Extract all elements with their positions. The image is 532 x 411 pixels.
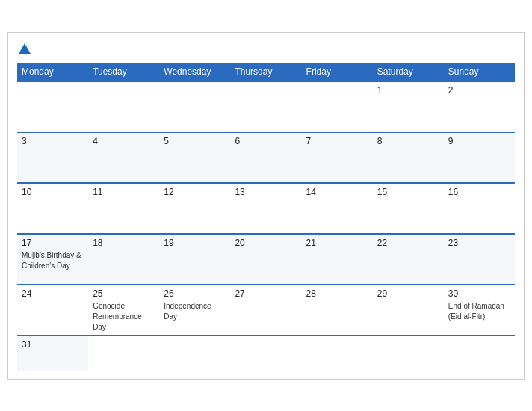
calendar-cell: [302, 336, 373, 371]
calendar-thead: MondayTuesdayWednesdayThursdayFridaySatu…: [17, 63, 515, 81]
day-number: 3: [22, 136, 84, 146]
day-number: 11: [93, 187, 155, 197]
day-number: 16: [448, 187, 510, 197]
weekday-header-monday: Monday: [17, 63, 88, 81]
calendar-cell: 5: [159, 132, 230, 183]
calendar-cell: 28: [302, 285, 373, 336]
weekday-header-sunday: Sunday: [444, 63, 515, 81]
day-number: 13: [235, 187, 297, 197]
day-number: 18: [93, 238, 155, 248]
calendar-cell: 15: [373, 183, 444, 234]
day-number: 25: [93, 288, 155, 299]
day-number: 31: [22, 339, 84, 350]
calendar-cell: 14: [302, 183, 373, 234]
day-event: Genocide Remembrance Day: [93, 302, 142, 331]
day-number: 17: [22, 238, 84, 248]
calendar-cell: 26Independence Day: [159, 285, 230, 336]
calendar-cell: 7: [302, 132, 373, 183]
weekday-header-friday: Friday: [302, 63, 373, 81]
calendar-grid: MondayTuesdayWednesdayThursdayFridaySatu…: [17, 63, 515, 371]
day-number: 14: [306, 187, 368, 197]
day-number: 22: [377, 238, 439, 248]
day-number: 5: [164, 136, 226, 146]
day-number: 9: [448, 136, 510, 146]
day-number: 4: [93, 136, 155, 146]
calendar-cell: [159, 81, 230, 132]
weekday-header-wednesday: Wednesday: [159, 63, 230, 81]
calendar-cell: 6: [230, 132, 301, 183]
calendar-cell: [302, 81, 373, 132]
day-number: 29: [377, 288, 439, 299]
calendar-cell: 23: [444, 234, 515, 285]
calendar-cell: 8: [373, 132, 444, 183]
calendar-cell: [444, 336, 515, 371]
calendar-cell: 1: [373, 81, 444, 132]
calendar-cell: 27: [230, 285, 301, 336]
calendar-cell: [159, 336, 230, 371]
week-row-1: 3456789: [17, 132, 515, 183]
weekday-header-tuesday: Tuesday: [88, 63, 159, 81]
calendar-body: 1234567891011121314151617Mujib's Birthda…: [17, 81, 515, 371]
day-number: 28: [306, 288, 368, 299]
calendar-cell: 17Mujib's Birthday & Children's Day: [17, 234, 88, 285]
weekday-header-saturday: Saturday: [373, 63, 444, 81]
day-event: Mujib's Birthday & Children's Day: [22, 251, 81, 270]
calendar-cell: 18: [88, 234, 159, 285]
week-row-5: 31: [17, 336, 515, 371]
day-number: 27: [235, 288, 297, 299]
calendar-header: [17, 40, 515, 57]
day-event: End of Ramadan (Eid al-Fitr): [448, 302, 504, 321]
calendar-cell: [373, 336, 444, 371]
calendar-cell: 11: [88, 183, 159, 234]
day-number: 23: [448, 238, 510, 248]
day-number: 26: [164, 288, 226, 299]
day-number: 2: [448, 85, 510, 96]
weekday-header-row: MondayTuesdayWednesdayThursdayFridaySatu…: [17, 63, 515, 81]
calendar-cell: 13: [230, 183, 301, 234]
day-number: 15: [377, 187, 439, 197]
calendar-cell: 9: [444, 132, 515, 183]
week-row-3: 17Mujib's Birthday & Children's Day18192…: [17, 234, 515, 285]
logo-triangle-icon: [19, 43, 31, 54]
day-event: Independence Day: [164, 302, 211, 321]
day-number: 6: [235, 136, 297, 146]
calendar-cell: [230, 336, 301, 371]
calendar-cell: 4: [88, 132, 159, 183]
calendar-cell: 29: [373, 285, 444, 336]
calendar-cell: 31: [17, 336, 88, 371]
calendar-cell: 2: [444, 81, 515, 132]
calendar-cell: [17, 81, 88, 132]
logo: [17, 43, 32, 54]
day-number: 1: [377, 85, 439, 96]
calendar-cell: [88, 336, 159, 371]
calendar-cell: 30End of Ramadan (Eid al-Fitr): [444, 285, 515, 336]
calendar-cell: 20: [230, 234, 301, 285]
week-row-0: 12: [17, 81, 515, 132]
calendar-cell: 16: [444, 183, 515, 234]
day-number: 7: [306, 136, 368, 146]
calendar-cell: 21: [302, 234, 373, 285]
day-number: 19: [164, 238, 226, 248]
week-row-4: 2425Genocide Remembrance Day26Independen…: [17, 285, 515, 336]
calendar-cell: 10: [17, 183, 88, 234]
calendar-container: MondayTuesdayWednesdayThursdayFridaySatu…: [7, 32, 525, 380]
day-number: 20: [235, 238, 297, 248]
day-number: 12: [164, 187, 226, 197]
calendar-cell: 19: [159, 234, 230, 285]
calendar-cell: 24: [17, 285, 88, 336]
day-number: 8: [377, 136, 439, 146]
day-number: 24: [22, 288, 84, 299]
weekday-header-thursday: Thursday: [230, 63, 301, 81]
week-row-2: 10111213141516: [17, 183, 515, 234]
day-number: 21: [306, 238, 368, 248]
calendar-cell: [88, 81, 159, 132]
calendar-cell: 25Genocide Remembrance Day: [88, 285, 159, 336]
day-number: 30: [448, 288, 510, 299]
day-number: 10: [22, 187, 84, 197]
calendar-cell: 12: [159, 183, 230, 234]
calendar-cell: 22: [373, 234, 444, 285]
calendar-cell: [230, 81, 301, 132]
calendar-cell: 3: [17, 132, 88, 183]
